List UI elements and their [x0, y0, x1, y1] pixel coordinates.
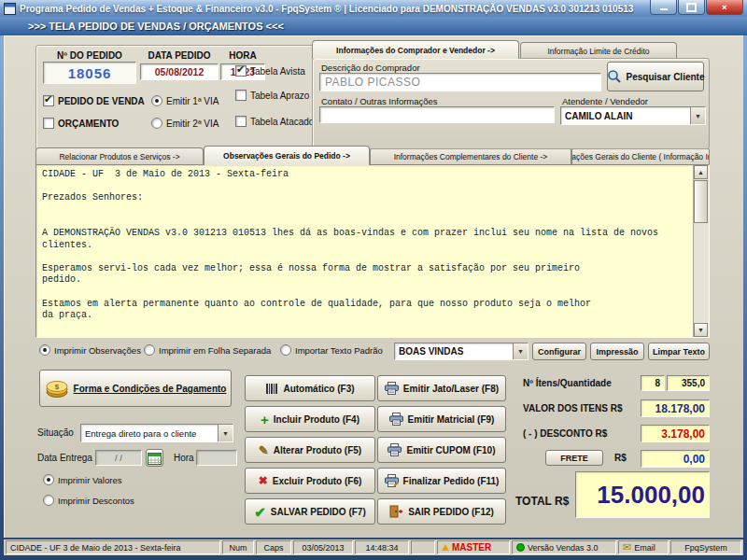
app-icon: [4, 3, 16, 15]
finalizar-pedido-label: Finalizar Pedido (F11): [403, 476, 500, 486]
emitir-1via-label: Emitir 1ª VIA: [166, 96, 219, 106]
buyer-description-value: PABLO PICASSO: [325, 76, 420, 89]
attendant-dropdown[interactable]: CAMILO ALAIN ▼: [560, 106, 706, 125]
forma-pagamento-button[interactable]: $ Forma e Condições de Pagamento: [39, 370, 232, 407]
pesquisar-cliente-button[interactable]: Pesquisar Cliente: [607, 62, 704, 91]
total-value: 15.000,00: [597, 481, 705, 510]
quantidade-box: 355,0: [667, 375, 710, 391]
status-capslock: Caps: [256, 540, 291, 554]
search-icon: [607, 69, 622, 84]
emitir-cupom-button[interactable]: Emitir CUPOM (F10): [377, 437, 506, 463]
order-time-label: HORA: [220, 50, 265, 61]
status-brand: FpqSystem: [670, 540, 741, 554]
sair-pedido-button[interactable]: SAIR PEDIDO (F12): [377, 498, 506, 525]
main-panel: Nº DO PEDIDO 18056 DATA PEDIDO 05/08/201…: [4, 35, 743, 538]
radio-unselected-icon: [280, 344, 291, 356]
observations-textarea[interactable]: CIDADE - UF 3 de Maio de 2013 - Sexta-fe…: [35, 164, 710, 338]
status-bar: CIDADE - UF 3 de Maio de 2013 - Sexta-fe…: [4, 539, 743, 555]
checkbox-tabela-atacado[interactable]: Tabela Atacado: [235, 116, 314, 127]
finalizar-pedido-button[interactable]: Finalizar Pedido (F11): [377, 468, 506, 494]
order-date-label: DATA PEDIDO: [140, 50, 218, 61]
order-number-box: 18056: [43, 62, 136, 84]
envelope-icon: ✉: [623, 541, 631, 553]
green-dot-icon: [516, 543, 525, 552]
hora-entrega-input[interactable]: [196, 450, 237, 466]
radio-emitir-2via[interactable]: Emitir 2ª VIA: [151, 118, 219, 129]
texto-padrao-value: BOAS VINDAS: [395, 343, 513, 359]
title-bar: Programa Pedido de Vendas + Estoque & Fi…: [0, 0, 747, 17]
pedido-de-venda-label: PEDIDO DE VENDA: [58, 96, 145, 106]
scroll-down-button[interactable]: ▼: [694, 323, 708, 337]
tab-limite-credito[interactable]: Informação Limite de Crédito: [520, 42, 677, 59]
scrollbar-thumb[interactable]: [694, 180, 708, 223]
tab-observacoes-cliente[interactable]: Observações Gerais do Cliente ( Informaç…: [571, 147, 710, 165]
buyer-description-input[interactable]: PABLO PICASSO: [319, 73, 601, 91]
radio-imprimir-valores[interactable]: Imprimir Valores: [43, 474, 121, 485]
attendant-label: Atendente / Vendedor: [562, 96, 648, 106]
warning-icon: [442, 544, 449, 551]
radio-imprimir-descontos[interactable]: Imprimir Descontos: [43, 495, 134, 506]
checkbox-checked-icon: [235, 65, 247, 77]
scroll-up-button[interactable]: ▲: [694, 165, 708, 179]
checkbox-tabela-aprazo[interactable]: Tabela Aprazo: [235, 90, 309, 101]
radio-unselected-icon: [43, 495, 54, 506]
status-numlock: Num: [222, 540, 254, 554]
tab-relacionar-produtos[interactable]: Relacionar Produtos e Serviços ->: [35, 147, 204, 165]
close-icon: ×: [722, 3, 726, 12]
checkbox-pedido-de-venda[interactable]: PEDIDO DE VENDA: [43, 95, 145, 106]
maximize-button[interactable]: [678, 0, 705, 15]
chevron-down-icon[interactable]: ▼: [690, 107, 705, 124]
checkbox-unchecked-icon: [235, 116, 247, 127]
data-entrega-value: / /: [115, 453, 122, 463]
incluir-produto-button[interactable]: + Incluir Produto (F4): [245, 406, 375, 432]
x-icon: ✖: [259, 475, 268, 486]
data-entrega-input[interactable]: / /: [95, 450, 142, 466]
situacao-dropdown[interactable]: Entrega direto para o cliente ▼: [80, 424, 233, 442]
window-title: Programa Pedido de Vendas + Estoque & Fi…: [20, 4, 633, 14]
alterar-produto-button[interactable]: ✎ Alterar Produto (F5): [245, 437, 375, 463]
alterar-produto-label: Alterar Produto (F5): [274, 445, 361, 455]
calendar-button[interactable]: [146, 449, 163, 467]
tab-informacoes-complementares[interactable]: Informações Complementares do Cliente ->: [370, 147, 571, 165]
desconto-box: 3.178,00: [641, 425, 710, 442]
automatico-label: Automático (F3): [283, 384, 354, 394]
checkbox-tabela-avista[interactable]: Tabela Avista: [235, 65, 305, 77]
order-date-value: 05/08/2012: [155, 66, 204, 77]
contact-label: Contato / Outras Informações: [321, 96, 438, 106]
frete-value: 0,00: [684, 453, 705, 466]
calendar-icon: [148, 452, 162, 465]
salvar-pedido-button[interactable]: ✔ SALVAR PEDIDO (F7): [245, 498, 375, 525]
emitir-matricial-button[interactable]: Emitir Matricial (F9): [377, 406, 506, 432]
minimize-button[interactable]: [650, 0, 677, 15]
emitir-jato-laser-button[interactable]: Emitir Jato/Laser (F8): [377, 375, 506, 401]
tab-limite-credito-label: Informação Limite de Crédito: [547, 47, 649, 56]
pesquisar-cliente-label: Pesquisar Cliente: [627, 72, 705, 82]
chevron-down-icon[interactable]: ▼: [218, 425, 233, 441]
printer-icon: [389, 413, 403, 426]
checkbox-orcamento[interactable]: ORÇAMENTO: [43, 118, 119, 129]
impressao-button[interactable]: Impressão: [590, 343, 644, 360]
radio-emitir-1via[interactable]: Emitir 1ª VIA: [151, 95, 219, 106]
frete-button[interactable]: FRETE: [545, 450, 603, 466]
radio-imprimir-observacoes[interactable]: Imprimir Observações: [39, 344, 141, 356]
automatico-button[interactable]: Automático (F3): [245, 375, 375, 401]
tab-observacoes-pedido[interactable]: Observações Gerais do Pedido ->: [204, 146, 370, 165]
status-email[interactable]: ✉ Email: [618, 540, 669, 554]
contact-input[interactable]: [320, 107, 554, 122]
imprimir-valores-label: Imprimir Valores: [58, 475, 121, 485]
configurar-button[interactable]: Configurar: [532, 343, 586, 360]
radio-folha-separada[interactable]: Imprimir em Folha Separada: [144, 344, 271, 356]
chevron-down-icon[interactable]: ▼: [513, 343, 528, 359]
sair-pedido-label: SAIR PEDIDO (F12): [408, 507, 494, 517]
texto-padrao-dropdown[interactable]: BOAS VINDAS ▼: [394, 343, 529, 360]
excluir-produto-button[interactable]: ✖ Excluir Produto (F6): [245, 468, 375, 494]
close-button[interactable]: ×: [706, 0, 743, 15]
radio-importar-texto[interactable]: Importar Texto Padrão: [280, 344, 383, 356]
limpar-texto-button[interactable]: Limpar Texto: [648, 343, 710, 360]
excluir-produto-label: Excluir Produto (F6): [273, 476, 362, 486]
vertical-scrollbar[interactable]: ▲ ▼: [693, 165, 709, 337]
tab-comprador-vendedor[interactable]: Informações do Comprador e Vendedor ->: [312, 40, 519, 59]
situacao-label: Situação: [37, 427, 74, 438]
emitir-matricial-label: Emitir Matricial (F9): [408, 414, 495, 425]
barcode-icon: [265, 383, 278, 395]
